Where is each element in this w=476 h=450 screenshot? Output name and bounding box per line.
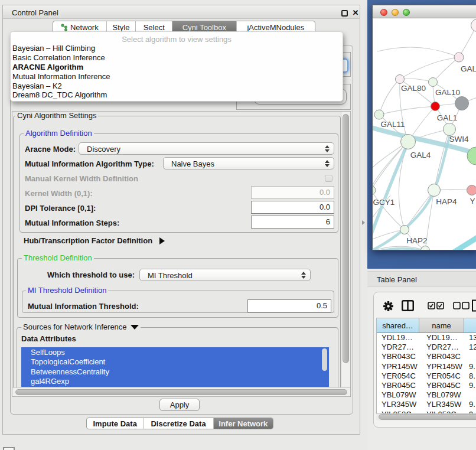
kernel-width-label: Kernel Width (0,1): <box>25 189 93 198</box>
network-edge[interactable] <box>379 106 435 115</box>
tab-impute-data[interactable]: Impute Data <box>87 418 144 429</box>
network-node-GCY1[interactable] <box>373 185 376 195</box>
table-cell <box>464 390 476 400</box>
table-cell: YPR145W <box>419 362 464 371</box>
mi-steps-field[interactable]: 6 <box>251 216 334 229</box>
network-node-HAP2[interactable] <box>400 226 409 234</box>
network-node-GAL11[interactable] <box>374 110 384 119</box>
network-edge[interactable] <box>400 79 433 82</box>
table-row[interactable]: YER054CYER054C8. <box>377 371 476 381</box>
algorithm-option[interactable]: Bayesian – K2 <box>11 81 343 91</box>
mi-type-label: Mutual Information Algorithm Type: <box>25 159 154 168</box>
network-node-GAL10[interactable] <box>429 78 438 87</box>
aracne-mode-select[interactable]: Discovery <box>79 142 334 155</box>
algorithm-dropdown-popup: Select algorithm to view settings Bayesi… <box>10 31 343 102</box>
table-cell: YDL19… <box>377 333 419 343</box>
algorithm-option[interactable]: Basic Correlation Inference <box>11 53 343 63</box>
algorithm-option[interactable]: Bayesian – Hill Climbing <box>11 44 343 53</box>
manual-kernel-checkbox[interactable] <box>325 175 332 182</box>
close-traffic-light[interactable] <box>380 9 387 16</box>
table-row[interactable]: YBR045CYBR045C9. <box>377 381 476 390</box>
network-node-GAL4[interactable] <box>401 135 416 149</box>
control-panel-title: Control Panel <box>12 8 58 17</box>
which-threshold-select[interactable]: MI Threshold <box>139 269 311 281</box>
network-node-gray-node[interactable] <box>455 97 469 110</box>
network-node-label: SWI4 <box>449 135 468 144</box>
column-header-extra[interactable] <box>464 318 476 332</box>
table-row[interactable]: YPR145WYPR145W9. <box>377 362 476 371</box>
table-cell: YBR043C <box>377 352 419 361</box>
kernel-width-field[interactable]: 0.0 <box>251 186 334 199</box>
expand-arrow-icon <box>159 237 165 244</box>
data-attributes-list[interactable]: SelfLoopsTopologicalCoefficientBetweenne… <box>21 347 329 387</box>
tab-impute-data-label: Impute Data <box>93 419 136 428</box>
apply-button[interactable]: Apply <box>159 399 200 411</box>
network-edge[interactable] <box>379 79 400 115</box>
column-header-shared-name[interactable]: shared… <box>377 318 419 332</box>
network-node-label: GCY1 <box>373 198 395 207</box>
network-node-top-partial[interactable] <box>471 19 476 32</box>
network-edge-highlighted[interactable] <box>373 249 442 250</box>
minimize-traffic-light[interactable] <box>392 9 399 16</box>
settings-hscrollbar-thumb[interactable] <box>15 389 347 395</box>
table-cell: YDR27… <box>377 343 419 352</box>
network-edge-highlighted[interactable] <box>447 235 476 250</box>
table-row[interactable]: YBR043CYBR043C <box>377 352 476 361</box>
table-row[interactable]: YDL19…YDL19…13 <box>377 333 476 343</box>
network-edge[interactable] <box>377 47 459 57</box>
cyni-bottom-tabbar: Impute Data Discretize Data Infer Networ… <box>86 418 273 429</box>
sources-group-title[interactable]: Sources for Network Inference <box>21 323 141 331</box>
network-node-GAL80[interactable] <box>396 75 405 84</box>
data-attribute-item[interactable]: BetweennessCentrality <box>21 367 329 377</box>
table-hscrollbar-thumb[interactable] <box>379 414 476 420</box>
close-icon[interactable]: ✕ <box>351 7 360 18</box>
document-icon[interactable] <box>471 299 476 312</box>
table-cell: YLR345W <box>377 400 419 409</box>
zoom-traffic-light[interactable] <box>403 9 410 16</box>
network-node-SWI4[interactable] <box>444 123 456 136</box>
network-node-bottom-node[interactable] <box>421 246 430 250</box>
network-edge[interactable] <box>433 57 459 82</box>
network-edge[interactable] <box>373 142 408 198</box>
network-canvas[interactable]: GAL2GAL80GAL10GAL1GAL11GAL4SWI4GCY1HAP4Y… <box>373 18 476 250</box>
network-node-HAP4[interactable] <box>428 184 441 197</box>
algorithm-option[interactable]: ARACNE Algorithm <box>11 63 343 72</box>
network-edge[interactable] <box>400 57 459 79</box>
data-attribute-item[interactable]: TopologicalCoefficient <box>21 357 329 367</box>
tab-infer-network[interactable]: Infer Network <box>214 418 273 429</box>
show-columns-icon[interactable] <box>428 302 444 309</box>
split-divider-arrow-icon[interactable] <box>362 220 365 225</box>
network-window-titlebar[interactable] <box>373 5 476 18</box>
algorithm-option[interactable]: Dream8 DC_TDC Algorithm <box>11 90 343 100</box>
table-row[interactable]: YDR27…YDR27…12 <box>377 343 476 352</box>
table-row[interactable]: YLR345WYLR345W9. <box>377 400 476 409</box>
table-cell: 8. <box>464 371 476 381</box>
hub-definition-expander[interactable]: Hub/Transcription Factor Definition <box>24 236 165 245</box>
mi-threshold-field[interactable]: 0.5 <box>247 299 331 312</box>
dpi-tolerance-label: DPI Tolerance [0,1]: <box>25 204 96 213</box>
gear-icon[interactable] <box>383 301 394 312</box>
data-attribute-item[interactable]: SelfLoops <box>21 348 329 357</box>
data-attribute-item[interactable]: gal4RGexp <box>21 377 329 386</box>
network-node-GAL1[interactable] <box>431 102 440 111</box>
collapse-arrow-icon <box>131 325 139 330</box>
combo-arrows-icon <box>325 143 330 154</box>
network-node-GAL2[interactable] <box>454 53 464 62</box>
tab-discretize-data[interactable]: Discretize Data <box>144 418 213 429</box>
network-node-salmon-node[interactable] <box>467 185 476 195</box>
algorithm-placeholder: Select algorithm to view settings <box>11 35 343 44</box>
column-header-name[interactable]: name <box>419 318 464 332</box>
dpi-tolerance-field[interactable]: 0.0 <box>251 201 334 214</box>
split-columns-icon[interactable] <box>402 300 414 311</box>
algorithm-option[interactable]: Mutual Information Inference <box>11 72 343 81</box>
attributes-list-scrollbar[interactable] <box>322 348 327 371</box>
table-row[interactable]: YBL079WYBL079W <box>377 390 476 400</box>
aracne-mode-value: Discovery <box>87 144 120 153</box>
minimized-window-icon[interactable] <box>3 447 15 450</box>
network-node-label: GAL11 <box>380 120 405 129</box>
settings-vscrollbar-thumb[interactable] <box>343 114 349 363</box>
mi-type-select[interactable]: Naive Bayes <box>163 157 334 169</box>
network-node-label: GAL2 <box>461 64 476 73</box>
hide-columns-icon[interactable] <box>453 302 470 309</box>
float-window-icon[interactable] <box>341 10 348 17</box>
